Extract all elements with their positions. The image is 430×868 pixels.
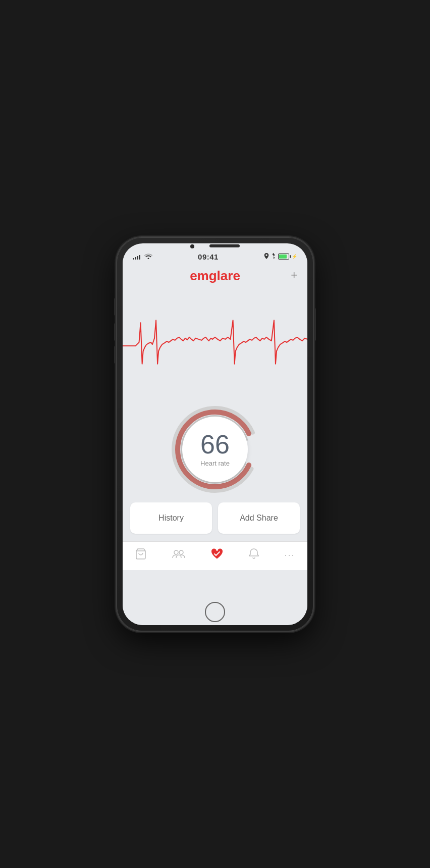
home-indicator (123, 598, 307, 625)
tab-notifications[interactable] (241, 547, 267, 564)
signal-bar-2 (135, 257, 136, 260)
signal-bars (133, 253, 140, 260)
location-icon (264, 253, 269, 260)
bluetooth-icon (272, 253, 276, 260)
tab-shop[interactable] (127, 547, 154, 564)
battery-indicator: ⚡ (278, 253, 297, 260)
svg-point-5 (174, 550, 178, 554)
app-content: emglare + (123, 263, 307, 598)
action-buttons: History Add Share (123, 502, 307, 541)
gauge-outer: 66 Heart rate (170, 404, 260, 495)
tab-community[interactable] (164, 548, 193, 563)
history-button[interactable]: History (130, 502, 212, 534)
status-right: ⚡ (264, 253, 297, 260)
signal-bar-1 (133, 258, 134, 260)
heart-icon (210, 548, 224, 563)
bell-icon (248, 548, 259, 563)
heart-rate-label: Heart rate (200, 459, 230, 467)
gauge-area: 66 Heart rate (123, 399, 307, 502)
speaker-grill (209, 244, 240, 247)
ecg-waveform (123, 290, 307, 396)
app-header: emglare + (123, 263, 307, 288)
add-share-button[interactable]: Add Share (218, 502, 300, 534)
svg-point-6 (179, 550, 183, 554)
camera-dot (190, 244, 194, 248)
tab-bar: ··· (123, 541, 307, 570)
home-button[interactable] (205, 602, 225, 622)
shop-icon (135, 548, 147, 563)
logo-em: em (190, 268, 209, 283)
logo-glare: glare (209, 268, 240, 283)
status-left (133, 253, 152, 261)
phone-device: 09:41 ⚡ (117, 237, 313, 631)
wifi-icon (144, 253, 152, 261)
tab-more[interactable]: ··· (277, 549, 302, 561)
signal-bar-4 (139, 255, 140, 260)
status-time: 09:41 (198, 252, 219, 261)
more-icon: ··· (284, 550, 295, 560)
tab-heart[interactable] (203, 547, 231, 564)
signal-bar-3 (137, 256, 138, 260)
app-logo: emglare (190, 268, 240, 284)
status-bar: 09:41 ⚡ (123, 248, 307, 263)
notch-area (123, 243, 307, 248)
gauge-inner: 66 Heart rate (182, 417, 248, 482)
phone-screen: 09:41 ⚡ (123, 243, 307, 625)
heart-rate-value: 66 (200, 431, 230, 457)
add-button[interactable]: + (291, 269, 297, 282)
community-icon (172, 549, 186, 562)
ecg-area (123, 288, 307, 399)
